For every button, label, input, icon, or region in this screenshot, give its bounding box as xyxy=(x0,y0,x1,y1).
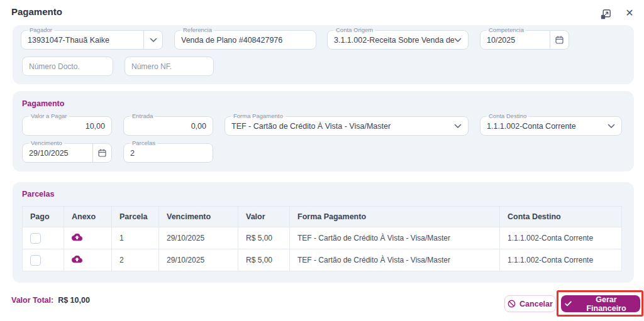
vencimento-label: Vencimento xyxy=(28,139,65,147)
parcelas-table: Pago Anexo Parcela Vencimento Valor Form… xyxy=(22,206,622,271)
competencia-label: Competencia xyxy=(486,26,526,34)
pagador-value: 13931047-Thauã Kaike xyxy=(21,36,143,45)
block-icon xyxy=(508,300,516,308)
parcelas-card: Parcelas Pago Anexo Parcela Vencimento V… xyxy=(13,182,634,283)
competencia-field[interactable]: Competencia 10/2025 xyxy=(480,30,569,50)
pagador-dropdown-toggle[interactable] xyxy=(143,31,162,49)
cloud-upload-icon[interactable] xyxy=(72,233,82,241)
numero-docto-input[interactable] xyxy=(22,57,113,76)
conta-origem-value: 3.1.1.002-Receita Sobre Venda de Pl... xyxy=(328,36,454,45)
forma-pagamento-select[interactable]: Forma Pagamento TEF - Cartão de Crédito … xyxy=(225,116,469,136)
calendar-icon xyxy=(555,36,564,44)
chevron-down-icon xyxy=(150,38,157,43)
parcela-cell: 2 xyxy=(112,249,159,271)
conta-destino-select[interactable]: Conta Destino 1.1.1.002-Conta Corrente xyxy=(480,116,622,136)
pagador-label: Pagador xyxy=(27,26,55,34)
expand-icon xyxy=(600,9,611,20)
chevron-down-icon xyxy=(454,38,468,43)
conta-destino-cell: 1.1.1.002-Conta Corrente xyxy=(500,227,622,249)
referencia-field[interactable]: Referencia Venda de Plano #408427976 xyxy=(174,30,316,50)
parcela-cell: 1 xyxy=(112,227,159,249)
parcelas-section-title: Parcelas xyxy=(22,190,54,199)
column-header-anexo: Anexo xyxy=(64,207,112,227)
valor-cell: R$ 5,00 xyxy=(238,227,290,249)
header-fields-card: Pagador 13931047-Thauã Kaike Referencia … xyxy=(13,25,634,84)
column-header-forma-pagamento: Forma Pagamento xyxy=(290,207,500,227)
gerar-financeiro-button[interactable]: Gerar Financeiro xyxy=(561,295,640,312)
referencia-value: Venda de Plano #408427976 xyxy=(175,36,316,45)
conta-origem-select[interactable]: Conta Origem 3.1.1.002-Receita Sobre Ven… xyxy=(327,30,469,50)
entrada-value: 0,00 xyxy=(124,122,213,131)
expand-button[interactable] xyxy=(599,8,612,21)
cloud-upload-icon[interactable] xyxy=(72,255,82,263)
forma-pagamento-cell: TEF - Cartão de Crédito À Vista - Visa/M… xyxy=(290,249,500,271)
competencia-value: 10/2025 xyxy=(480,36,550,45)
valor-total-label: Valor Total: xyxy=(11,296,53,305)
entrada-field[interactable]: Entrada 0,00 xyxy=(123,116,213,136)
entrada-label: Entrada xyxy=(130,112,155,120)
table-row: 2 29/10/2025 R$ 5,00 TEF - Cartão de Cré… xyxy=(23,249,622,271)
parcelas-value: 2 xyxy=(124,149,213,158)
parcelas-label: Parcelas xyxy=(130,139,158,147)
pagamento-section-title: Pagamento xyxy=(22,99,64,108)
close-icon: ✕ xyxy=(625,7,633,19)
pago-checkbox[interactable] xyxy=(30,233,41,244)
referencia-label: Referencia xyxy=(180,26,214,34)
valor-total: Valor Total: R$ 10,00 xyxy=(11,296,90,305)
conta-destino-label: Conta Destino xyxy=(486,112,529,120)
valor-total-value: R$ 10,00 xyxy=(58,296,90,305)
chevron-down-icon xyxy=(608,124,621,129)
numero-nf-input[interactable] xyxy=(125,57,214,76)
vencimento-cell: 29/10/2025 xyxy=(159,249,238,271)
cancel-button[interactable]: Cancelar xyxy=(504,295,556,312)
column-header-conta-destino: Conta Destino xyxy=(500,207,622,227)
cancel-button-label: Cancelar xyxy=(519,300,553,308)
pagador-select[interactable]: Pagador 13931047-Thauã Kaike xyxy=(21,30,163,50)
conta-origem-label: Conta Origem xyxy=(333,26,375,34)
forma-pagamento-value: TEF - Cartão de Crédito À Vista - Visa/M… xyxy=(225,122,454,131)
valor-cell: R$ 5,00 xyxy=(238,249,290,271)
valor-a-pagar-value: 10,00 xyxy=(23,122,111,131)
calendar-icon xyxy=(98,149,106,157)
table-header-row: Pago Anexo Parcela Vencimento Valor Form… xyxy=(23,207,622,227)
gerar-financeiro-button-label: Gerar Financeiro xyxy=(576,295,636,313)
valor-a-pagar-field[interactable]: Valor a Pagar 10,00 xyxy=(22,116,112,136)
forma-pagamento-cell: TEF - Cartão de Crédito À Vista - Visa/M… xyxy=(290,227,500,249)
vencimento-datepicker-button[interactable] xyxy=(92,144,111,162)
valor-a-pagar-label: Valor a Pagar xyxy=(28,112,69,120)
vencimento-cell: 29/10/2025 xyxy=(159,227,238,249)
column-header-vencimento: Vencimento xyxy=(159,207,238,227)
vencimento-value: 29/10/2025 xyxy=(23,149,92,158)
pagamento-card: Pagamento Valor a Pagar 10,00 Entrada 0,… xyxy=(13,91,634,171)
conta-destino-value: 1.1.1.002-Conta Corrente xyxy=(480,122,608,131)
page-title: Pagamento xyxy=(11,6,62,17)
pago-checkbox[interactable] xyxy=(30,255,41,266)
close-button[interactable]: ✕ xyxy=(623,6,636,19)
forma-pagamento-label: Forma Pagamento xyxy=(231,112,286,120)
table-row: 1 29/10/2025 R$ 5,00 TEF - Cartão de Cré… xyxy=(23,227,622,249)
conta-destino-cell: 1.1.1.002-Conta Corrente xyxy=(500,249,622,271)
check-icon xyxy=(565,301,572,307)
chevron-down-icon xyxy=(454,124,468,129)
column-header-parcela: Parcela xyxy=(112,207,159,227)
competencia-datepicker-button[interactable] xyxy=(550,31,569,49)
column-header-pago: Pago xyxy=(23,207,64,227)
pagamento-dialog: Pagamento ✕ Pagador 13931047-Thauã Kaike… xyxy=(0,0,644,321)
parcelas-field[interactable]: Parcelas 2 xyxy=(123,143,213,163)
vencimento-field[interactable]: Vencimento 29/10/2025 xyxy=(22,143,112,163)
column-header-valor: Valor xyxy=(238,207,290,227)
